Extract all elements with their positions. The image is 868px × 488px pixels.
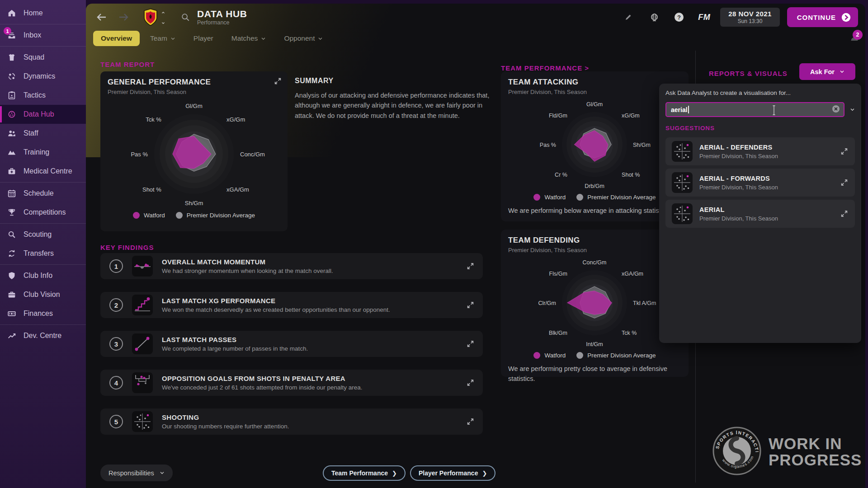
medical-icon xyxy=(7,166,17,176)
ask-for-button[interactable]: Ask For xyxy=(799,63,855,80)
back-arrow-icon[interactable] xyxy=(96,13,108,22)
visualisation-search-input[interactable]: aerial xyxy=(665,102,844,117)
chevron-up-icon[interactable] xyxy=(161,8,165,16)
search-icon[interactable] xyxy=(181,13,190,22)
suggestion-aerial-defenders[interactable]: AERIAL - DEFENDERSPremier Division, This… xyxy=(665,137,855,165)
sidebar-item-label: Inbox xyxy=(24,31,41,39)
globe-icon[interactable] xyxy=(650,13,659,22)
sidebar-item-dynamics[interactable]: Dynamics xyxy=(0,67,86,86)
sidebar-item-label: Squad xyxy=(24,53,44,61)
sidebar-item-medical-centre[interactable]: Medical Centre xyxy=(0,162,86,181)
tab-opponent[interactable]: Opponent xyxy=(276,31,330,46)
footer-nav-buttons: Team Performance ❯ Player Performance ❯ xyxy=(323,465,495,481)
tab-player[interactable]: Player xyxy=(186,31,221,46)
expand-icon[interactable] xyxy=(841,179,848,186)
sidebar-item-label: Data Hub xyxy=(24,110,54,118)
sidebar-item-club-info[interactable]: Club Info xyxy=(0,266,86,285)
clear-input-icon[interactable] xyxy=(832,105,840,115)
club-crest-group[interactable] xyxy=(143,8,165,27)
sidebar-item-schedule[interactable]: Schedule xyxy=(0,184,86,203)
staff-icon xyxy=(7,128,17,138)
legend-item-premier-division-average: Premier Division Average xyxy=(576,352,656,359)
scatter-thumbnail-icon xyxy=(132,411,153,432)
forward-arrow-icon[interactable] xyxy=(118,13,129,22)
radar-axis-label: Tck % xyxy=(146,116,161,123)
suggestion-aerial[interactable]: AERIALPremier Division, This Season xyxy=(665,200,855,228)
watermark-text: WORK IN PROGRESS xyxy=(769,436,862,468)
key-finding-row[interactable]: 2LAST MATCH XG PERFORMANCEWe won the mat… xyxy=(100,292,483,318)
sidebar-item-tactics[interactable]: Tactics xyxy=(0,86,86,105)
sidebar-item-label: Medical Centre xyxy=(24,167,72,175)
key-finding-row[interactable]: 3LAST MATCH PASSESWe completed a large n… xyxy=(100,331,483,357)
dynamics-icon xyxy=(7,71,17,81)
team-performance-button[interactable]: Team Performance ❯ xyxy=(323,465,406,481)
key-finding-row[interactable]: 4OPPOSITION GOALS FROM SHOTS IN PENALTY … xyxy=(100,370,483,396)
watford-crest-icon[interactable] xyxy=(143,8,158,26)
expand-icon[interactable] xyxy=(467,302,474,309)
scatter-thumbnail-icon xyxy=(672,172,693,193)
tab-overview[interactable]: Overview xyxy=(93,31,140,46)
suggestion-aerial-forwards[interactable]: AERIAL - FORWARDSPremier Division, This … xyxy=(665,169,855,197)
suggestion-text: AERIAL - DEFENDERSPremier Division, This… xyxy=(699,144,778,160)
sidebar: Home1InboxSquadDynamicsTacticsData HubSt… xyxy=(0,0,86,488)
expand-icon[interactable] xyxy=(467,380,474,386)
responsibilities-button[interactable]: Responsibilities xyxy=(100,465,173,481)
expand-icon[interactable] xyxy=(274,78,281,84)
sidebar-item-finances[interactable]: Finances xyxy=(0,304,86,323)
team-report-heading: TEAM REPORT xyxy=(100,61,155,68)
radar-axis-label: Pas % xyxy=(540,142,556,148)
team-performance-heading[interactable]: TEAM PERFORMANCE > xyxy=(501,64,589,72)
key-finding-row[interactable]: 5SHOOTINGOur shooting numbers require fu… xyxy=(100,408,483,435)
input-dropdown-chevron-icon[interactable] xyxy=(850,107,855,112)
sidebar-item-squad[interactable]: Squad xyxy=(0,48,86,67)
radar-axis-label: Int/Gm xyxy=(586,341,603,347)
key-finding-row[interactable]: 1OVERALL MATCH MOMENTUMWe had stronger m… xyxy=(100,253,483,279)
expand-icon[interactable] xyxy=(467,341,474,347)
edit-pencil-icon[interactable] xyxy=(624,13,632,22)
chevron-down-icon xyxy=(261,36,266,41)
sidebar-item-staff[interactable]: Staff xyxy=(0,124,86,143)
club-switcher[interactable] xyxy=(161,8,165,27)
sidebar-item-club-vision[interactable]: Club Vision xyxy=(0,285,86,304)
expand-icon[interactable] xyxy=(467,263,474,270)
tab-label: Team xyxy=(150,34,167,42)
radar-legend: WatfordPremier Division Average xyxy=(508,194,681,201)
datahub-icon xyxy=(7,109,17,119)
schedule-icon xyxy=(7,188,17,198)
tab-label: Opponent xyxy=(284,34,315,42)
chevron-down-icon[interactable] xyxy=(161,19,165,27)
player-performance-button[interactable]: Player Performance ❯ xyxy=(410,465,495,481)
sidebar-item-scouting[interactable]: Scouting xyxy=(0,225,86,244)
chevron-right-icon: ❯ xyxy=(392,470,397,477)
sidebar-item-training[interactable]: Training xyxy=(0,143,86,162)
legend-dot xyxy=(533,194,540,201)
legend-label: Watford xyxy=(544,194,566,201)
scatter-thumbnail-icon xyxy=(672,141,693,162)
work-in-progress-watermark: SPORTS INTERACTIVEwww.sigames.com WORK I… xyxy=(712,427,862,477)
finding-number: 4 xyxy=(109,376,123,389)
sidebar-item-home[interactable]: Home xyxy=(0,4,86,23)
help-icon[interactable]: ? xyxy=(674,12,684,23)
tab-matches[interactable]: Matches xyxy=(224,31,274,46)
radar-axis-label: Fls/Gm xyxy=(549,271,567,277)
scouting-icon xyxy=(7,230,17,239)
sidebar-item-competitions[interactable]: Competitions xyxy=(0,203,86,222)
expand-icon[interactable] xyxy=(841,148,848,155)
finding-text: OPPOSITION GOALS FROM SHOTS IN PENALTY A… xyxy=(162,375,363,391)
inbox-icon: 1 xyxy=(7,30,17,40)
expand-icon[interactable] xyxy=(467,418,474,425)
sidebar-divider xyxy=(0,324,86,325)
continue-button[interactable]: CONTINUE xyxy=(787,7,858,27)
notification-people-icon[interactable]: 2 xyxy=(849,32,865,50)
sidebar-item-dev-centre[interactable]: Dev. Centre xyxy=(0,326,86,345)
sidebar-item-inbox[interactable]: 1Inbox xyxy=(0,26,86,45)
team-defending-radar: Conc/GmxGA/GmTkl A/GmTck %Int/GmBlk/GmCl… xyxy=(508,254,681,350)
tab-team[interactable]: Team xyxy=(142,31,183,46)
expand-icon[interactable] xyxy=(841,211,848,217)
team-performance-label: Team Performance xyxy=(331,469,388,477)
finding-number: 3 xyxy=(109,337,123,351)
devcentre-icon xyxy=(7,331,17,341)
sidebar-item-data-hub[interactable]: Data Hub xyxy=(0,105,86,124)
sidebar-item-transfers[interactable]: Transfers xyxy=(0,244,86,263)
clubinfo-icon xyxy=(7,271,17,281)
